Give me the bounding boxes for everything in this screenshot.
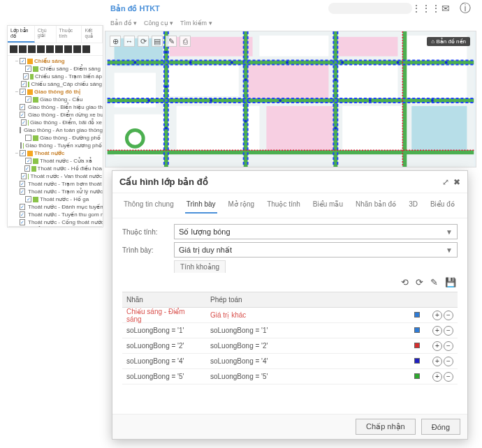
- search-input[interactable]: [328, 3, 412, 14]
- tool-icon[interactable]: [28, 45, 36, 53]
- dialog-tab[interactable]: Biểu mẫu: [312, 197, 344, 214]
- dialog-tab[interactable]: Thông tin chung: [122, 197, 175, 214]
- tree-layer[interactable]: ✓Thoát nước - Cửa xả: [8, 157, 102, 165]
- color-swatch[interactable]: [414, 343, 420, 348]
- tree-layer[interactable]: ✓Giao thông - Điểm dừng xe buýt: [8, 111, 102, 119]
- tree-layer[interactable]: ✓Giao thông - Biển hiệu giao thông: [8, 103, 102, 111]
- print-icon[interactable]: ⎙: [180, 36, 191, 47]
- tree-layer[interactable]: ✓Chiếu sáng - Điểm sáng: [8, 65, 102, 73]
- accept-button[interactable]: Chấp nhận: [356, 419, 416, 435]
- refresh-icon[interactable]: ⟳: [138, 36, 149, 47]
- add-icon[interactable]: +: [432, 326, 442, 336]
- tool-icon[interactable]: [64, 45, 72, 53]
- tree-layer[interactable]: ✓Giao thông - Cầu: [8, 96, 102, 103]
- color-swatch[interactable]: [414, 327, 420, 333]
- tree-layer[interactable]: ✓Thoát nước - Đánh mục tuyến thoát: [8, 203, 102, 211]
- apps-icon[interactable]: ⋮⋮⋮: [421, 3, 432, 14]
- svg-rect-8: [246, 65, 329, 99]
- tool-icon[interactable]: [73, 45, 81, 53]
- tree-layer[interactable]: Giao thông - An toàn giao thông: [8, 126, 102, 134]
- close-button[interactable]: Đóng: [421, 419, 460, 435]
- svg-rect-13: [266, 106, 335, 154]
- tree-layer[interactable]: ✓Thoát nước - Trạm bơm thoát nước: [8, 180, 102, 188]
- tree-layer[interactable]: ✓Thoát nước - Hố ga: [8, 195, 102, 203]
- tab-legend[interactable]: Chú giải: [35, 26, 57, 43]
- chat-icon[interactable]: ✉: [440, 3, 451, 14]
- add-icon[interactable]: +: [432, 372, 442, 382]
- color-swatch[interactable]: [414, 312, 420, 318]
- add-icon[interactable]: +: [432, 341, 442, 351]
- tab-attr[interactable]: Thuộc tính: [57, 26, 82, 43]
- locate-icon[interactable]: ⊕: [110, 36, 121, 47]
- dialog-tab[interactable]: Thuộc tính: [265, 197, 302, 214]
- svg-rect-14: [342, 106, 404, 154]
- dialog-tab[interactable]: 3D: [407, 197, 419, 214]
- tool-icon[interactable]: [46, 45, 54, 53]
- tool-icon[interactable]: [37, 45, 45, 53]
- color-swatch[interactable]: [414, 373, 420, 379]
- map-canvas[interactable]: ⊕ ↔ ⟳ ▤ ✎ ⎙ ⌂ Bản đồ nền: [105, 31, 476, 167]
- tree-layer[interactable]: ✓Thoát nước - Trạm xử lý nước thải: [8, 188, 102, 195]
- draw-icon[interactable]: ✎: [166, 36, 177, 47]
- tab-result[interactable]: Kết quả: [82, 26, 103, 43]
- row-op: soLuongBong = '5': [206, 373, 410, 380]
- remove-icon[interactable]: −: [444, 341, 453, 351]
- edit-icon[interactable]: ✎: [430, 277, 438, 288]
- tree-layer[interactable]: Bản đồ đa canh Google: [8, 226, 102, 227]
- row-label: Chiếu sáng - Điểm sáng: [122, 308, 206, 323]
- tool-icon[interactable]: [82, 45, 90, 53]
- tree-layer[interactable]: ✓Chiếu sáng - Trạm biến áp: [8, 73, 102, 80]
- table-row[interactable]: soLuongBong = '1'soLuongBong = '1'+−: [122, 323, 458, 338]
- reload-icon[interactable]: ⟳: [416, 277, 423, 288]
- color-swatch[interactable]: [414, 358, 420, 364]
- tool-icon[interactable]: [55, 45, 63, 53]
- dialog-tab[interactable]: Mở rộng: [227, 197, 256, 214]
- tree-layer[interactable]: ✓Thoát nước - Cống thoát nước: [8, 218, 102, 226]
- tool-icon[interactable]: [10, 45, 17, 53]
- tree-group[interactable]: −✓Thoát nước: [8, 149, 102, 157]
- svg-point-32: [279, 99, 282, 102]
- subtab-range[interactable]: Tính khoảng: [174, 260, 226, 273]
- info-icon[interactable]: ⓘ: [460, 3, 471, 14]
- close-icon[interactable]: ✖: [453, 177, 460, 187]
- basemap-badge[interactable]: ⌂ Bản đồ nền: [427, 37, 470, 46]
- tree-layer[interactable]: Giao thông - Đường phố: [8, 134, 102, 142]
- tree-layer[interactable]: ✓Thoát nước - Hồ điều hòa: [8, 165, 102, 172]
- attribute-select[interactable]: Số lượng bóng ▼: [174, 224, 458, 239]
- dialog-tab[interactable]: Trình bày: [185, 197, 217, 214]
- tab-layers[interactable]: Lớp bản đồ: [8, 26, 35, 43]
- tree-group[interactable]: −✓Chiếu sáng: [8, 57, 102, 65]
- dialog-tab[interactable]: Biểu đồ: [429, 197, 456, 214]
- attribute-row: Thuộc tính: Số lượng bóng ▼: [122, 224, 458, 239]
- expand-icon[interactable]: ⤢: [442, 177, 449, 187]
- tree-layer[interactable]: ✓Chiếu sáng_Cáp chiếu sáng: [8, 80, 102, 88]
- svg-point-34: [431, 99, 434, 102]
- layers-icon[interactable]: ▤: [152, 36, 163, 47]
- save-icon[interactable]: 💾: [445, 277, 456, 288]
- remove-icon[interactable]: −: [444, 357, 453, 366]
- tree-layer[interactable]: ✓Thoát nước - Van thoát nước: [8, 172, 102, 180]
- remove-icon[interactable]: −: [444, 326, 453, 336]
- measure-icon[interactable]: ↔: [124, 36, 135, 47]
- dialog-tab[interactable]: Nhãn bản đồ: [354, 197, 397, 214]
- table-row[interactable]: soLuongBong = '2'soLuongBong = '2'+−: [122, 338, 458, 354]
- refresh-icon[interactable]: ⟲: [401, 277, 409, 288]
- add-icon[interactable]: +: [432, 357, 442, 366]
- remove-icon[interactable]: −: [444, 311, 453, 320]
- svg-point-18: [231, 61, 233, 64]
- menu-map[interactable]: Bản đồ ▾: [110, 20, 137, 27]
- table-row[interactable]: soLuongBong = '5'soLuongBong = '5'+−: [122, 369, 458, 384]
- tree-layer[interactable]: ✓Thoát nước - Tuyến thu gom nước thải: [8, 211, 102, 218]
- remove-icon[interactable]: −: [444, 372, 453, 382]
- tree-layer[interactable]: ✓Giao thông - Điểm, bãi đỗ xe: [8, 119, 102, 126]
- tree-group[interactable]: −✓Giao thông đô thị: [8, 88, 102, 96]
- menu-search[interactable]: Tìm kiếm ▾: [180, 20, 212, 27]
- tool-icon[interactable]: [19, 45, 27, 53]
- render-select[interactable]: Giá trị duy nhất ▼: [174, 242, 458, 257]
- tree-layer[interactable]: Giao thông - Tuyến xương phố: [8, 142, 102, 149]
- table-row[interactable]: soLuongBong = '4'soLuongBong = '4'+−: [122, 354, 458, 369]
- add-icon[interactable]: +: [432, 311, 442, 320]
- table-row[interactable]: Chiếu sáng - Điểm sángGiá trị khác+−: [122, 308, 458, 323]
- menu-tools[interactable]: Công cụ ▾: [144, 20, 173, 27]
- svg-point-30: [147, 99, 150, 102]
